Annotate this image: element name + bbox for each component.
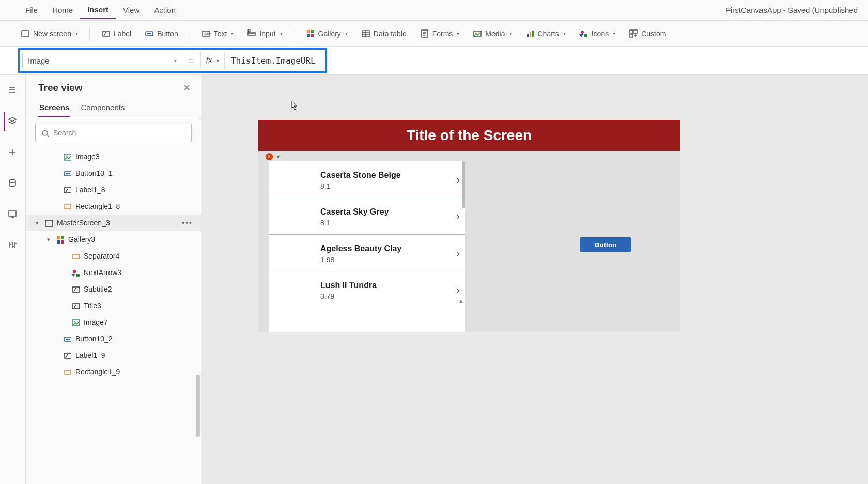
gallery-item-text: Caserta Stone Beige8.1	[320, 171, 401, 190]
menu-view[interactable]: View	[116, 2, 147, 19]
tree-item-label: Title3	[84, 301, 101, 310]
tab-components[interactable]: Components	[80, 100, 126, 117]
tree-item[interactable]: Button10_1	[26, 165, 201, 182]
media-button[interactable]: Media ▾	[468, 26, 517, 41]
label-icon	[71, 285, 80, 293]
gallery-item-title: Caserta Sky Grey	[320, 207, 389, 217]
plus-icon	[8, 147, 18, 158]
label-icon	[63, 351, 71, 359]
property-selector[interactable]: Image ▾	[22, 52, 182, 69]
tree-item[interactable]: Label1_9	[26, 347, 201, 364]
tree-item[interactable]: ▾MasterScreen_3•••	[26, 215, 201, 231]
image-icon	[63, 153, 71, 161]
rail-advanced[interactable]	[4, 236, 22, 255]
menu-home[interactable]: Home	[45, 2, 80, 19]
menu-action[interactable]: Action	[147, 2, 183, 19]
chevron-right-icon[interactable]: ›	[456, 174, 460, 186]
gallery-icon	[306, 29, 315, 38]
gallery-item[interactable]: Ageless Beauty Clay1.98›	[269, 235, 465, 271]
tree-item[interactable]: Button10_2	[26, 330, 201, 347]
data-table-label: Data table	[374, 29, 407, 38]
separator	[190, 27, 190, 40]
separator	[89, 27, 90, 40]
gallery-icon	[56, 235, 64, 244]
tree-item[interactable]: Subtitle2	[26, 281, 201, 297]
close-icon[interactable]: ✕	[183, 82, 191, 94]
broken-image-icon: ▲.	[458, 298, 465, 304]
chevron-down-icon: ▾	[563, 31, 566, 36]
tree-item[interactable]: Label1_8	[26, 182, 201, 198]
rail-media[interactable]	[4, 205, 22, 224]
gallery-control[interactable]: Caserta Stone Beige8.1›Caserta Sky Grey8…	[269, 161, 465, 332]
label-button[interactable]: Label	[96, 26, 136, 41]
text-button[interactable]: Text ▾	[196, 26, 239, 41]
sliders-icon	[8, 240, 18, 251]
label-icon	[63, 186, 71, 194]
new-screen-button[interactable]: New screen ▾	[16, 26, 83, 41]
rail-hamburger[interactable]	[4, 81, 22, 100]
button-button[interactable]: Button	[140, 26, 183, 41]
custom-button[interactable]: Custom	[624, 26, 671, 41]
tree-search[interactable]	[35, 124, 192, 142]
label-icon	[101, 29, 111, 38]
data-table-button[interactable]: Data table	[356, 26, 412, 41]
fx-button[interactable]: fx ▾	[200, 52, 225, 69]
equals-sign: =	[189, 55, 194, 66]
chevron-right-icon[interactable]: ›	[456, 284, 460, 296]
tree-item[interactable]: Separator4	[26, 248, 201, 264]
tree-item-label: Button10_1	[75, 169, 113, 177]
rail-insert[interactable]	[4, 143, 22, 162]
search-input[interactable]	[53, 129, 186, 137]
charts-button[interactable]: Charts ▾	[520, 26, 571, 41]
gallery-label: Gallery	[318, 29, 341, 38]
tree-item[interactable]: Rectangle1_9	[26, 364, 201, 380]
tree-item[interactable]: Image3	[26, 148, 201, 165]
text-label: Text	[214, 29, 227, 38]
more-icon[interactable]: •••	[182, 219, 193, 227]
new-screen-label: New screen	[33, 29, 71, 38]
tree-item-label: Separator4	[84, 252, 119, 260]
canvas-button[interactable]: Button	[580, 237, 631, 252]
gallery-item[interactable]: Caserta Stone Beige8.1›	[269, 161, 465, 198]
chevron-right-icon[interactable]: ›	[456, 210, 460, 222]
gallery-item-title: Caserta Stone Beige	[320, 171, 401, 180]
gallery-item[interactable]: Lush II Tundra3.79›▲.	[269, 271, 465, 308]
formula-input[interactable]: ThisItem.ImageURL	[225, 52, 322, 69]
rail-tree-view[interactable]	[4, 112, 22, 131]
forms-label: Forms	[432, 29, 453, 38]
tree-item[interactable]: NextArrow3	[26, 264, 201, 281]
menu-insert[interactable]: Insert	[80, 1, 116, 19]
forms-icon	[420, 29, 429, 38]
tab-screens[interactable]: Screens	[38, 100, 70, 117]
chevron-down-icon: ▾	[216, 58, 219, 64]
tree-item[interactable]: Title3	[26, 297, 201, 314]
error-indicator[interactable]: ✕ ▾	[258, 151, 680, 161]
separator	[294, 27, 295, 40]
expand-icon: ▾	[45, 236, 52, 243]
gallery-item-subtitle: 1.98	[320, 255, 401, 264]
icons-button[interactable]: Icons ▾	[574, 26, 621, 41]
tree-item-label: MasterScreen_3	[57, 219, 110, 227]
chevron-down-icon: ▾	[280, 31, 283, 36]
chevron-right-icon[interactable]: ›	[456, 247, 460, 259]
gallery-item-title: Ageless Beauty Clay	[320, 244, 401, 253]
tree-item[interactable]: ▾Gallery3	[26, 231, 201, 248]
button-icon	[63, 169, 71, 177]
scrollbar-thumb[interactable]	[196, 375, 200, 437]
tree-item[interactable]: Image7	[26, 314, 201, 330]
icons-label: Icons	[592, 29, 609, 38]
gallery-item[interactable]: Caserta Sky Grey8.1›	[269, 198, 465, 235]
gallery-button[interactable]: Gallery ▾	[301, 26, 353, 41]
gallery-item-text: Lush II Tundra3.79	[320, 281, 377, 300]
button-icon	[63, 335, 71, 343]
device-frame[interactable]: Title of the Screen ✕ ▾ Caserta Stone Be…	[258, 120, 680, 332]
rail-data[interactable]	[4, 174, 22, 193]
input-button[interactable]: Input ▾	[242, 26, 287, 41]
menu-file[interactable]: File	[18, 2, 45, 19]
tree-item-label: Image7	[84, 318, 108, 326]
ribbon: New screen ▾ Label Button Text ▾ Input ▾…	[0, 21, 868, 47]
forms-button[interactable]: Forms ▾	[415, 26, 465, 41]
chevron-down-icon: ▾	[457, 31, 459, 36]
tree-item[interactable]: Rectangle1_8	[26, 198, 201, 215]
chevron-down-icon: ▾	[277, 154, 280, 160]
